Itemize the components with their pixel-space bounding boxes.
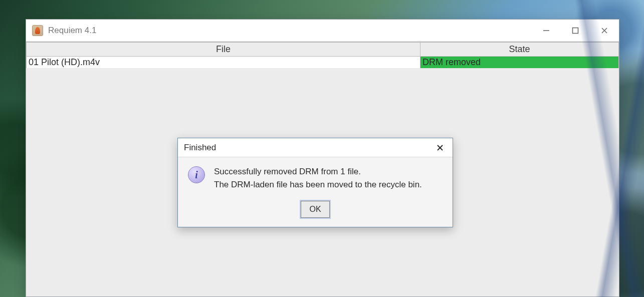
state-cell: DRM removed	[420, 57, 619, 69]
close-button[interactable]	[590, 20, 619, 42]
info-icon: i	[188, 166, 205, 183]
maximize-button[interactable]	[561, 20, 590, 42]
minimize-icon	[543, 27, 550, 34]
table-row[interactable]: 01 Pilot (HD).m4v DRM removed	[27, 57, 619, 69]
minimize-button[interactable]	[532, 20, 561, 42]
close-icon	[601, 27, 608, 34]
dialog-titlebar: Finished	[178, 138, 453, 157]
ok-button[interactable]: OK	[301, 201, 330, 218]
dialog-line-2: The DRM-laden file has been moved to the…	[214, 178, 422, 191]
dialog-close-button[interactable]	[432, 140, 449, 155]
file-table: File State 01 Pilot (HD).m4v DRM removed	[26, 42, 619, 69]
dialog-title: Finished	[184, 143, 432, 153]
dialog-text: Successfully removed DRM from 1 file. Th…	[214, 165, 422, 192]
svg-rect-1	[573, 28, 578, 33]
finished-dialog: Finished i Successfully removed DRM from…	[177, 138, 453, 227]
dialog-button-row: OK	[178, 201, 453, 227]
dialog-line-1: Successfully removed DRM from 1 file.	[214, 165, 422, 178]
maximize-icon	[572, 27, 579, 34]
column-header-state[interactable]: State	[420, 43, 619, 57]
table-header-row: File State	[27, 43, 619, 57]
window-title: Requiem 4.1	[48, 26, 96, 36]
dialog-body: i Successfully removed DRM from 1 file. …	[178, 157, 453, 201]
titlebar: Requiem 4.1	[26, 20, 619, 42]
file-cell: 01 Pilot (HD).m4v	[27, 57, 420, 69]
content-area: File State 01 Pilot (HD).m4v DRM removed…	[26, 42, 619, 296]
app-window: Requiem 4.1 File State 01 Pilot	[26, 19, 619, 297]
close-icon	[437, 144, 444, 151]
app-icon	[32, 25, 43, 36]
column-header-file[interactable]: File	[27, 43, 420, 57]
